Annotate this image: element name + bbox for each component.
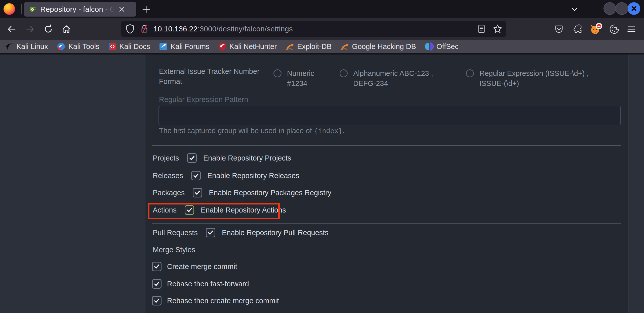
releases-checkbox[interactable]	[191, 171, 201, 180]
feature-row-releases: Releases Enable Repository Releases	[153, 170, 299, 181]
bookmark-label: Exploit-DB	[297, 42, 332, 51]
section-divider	[152, 223, 621, 224]
kali-nethunter-icon	[218, 42, 227, 51]
google-hacking-db-icon	[340, 42, 349, 51]
bookmark-star-icon[interactable]	[493, 24, 503, 34]
rebase-merge-commit-checkbox[interactable]	[152, 296, 162, 305]
gitea-favicon-icon	[28, 5, 37, 14]
rebase-fast-forward-checkbox[interactable]	[152, 279, 162, 289]
bookmark-label: Google Hacking DB	[352, 42, 416, 51]
bookmark-kali-forums[interactable]: Kali Forums	[159, 42, 210, 51]
kali-tools-icon	[57, 42, 66, 51]
reload-button[interactable]	[42, 23, 55, 36]
bookmark-offsec[interactable]: OffSec	[425, 42, 459, 51]
exploit-db-icon	[285, 42, 294, 51]
kali-docs-icon	[108, 42, 116, 51]
feature-label: Projects	[153, 154, 179, 162]
foxyproxy-disabled-icon[interactable]	[589, 22, 603, 36]
merge-styles-label: Merge Styles	[153, 246, 195, 254]
kali-forums-icon	[159, 42, 168, 51]
bookmark-label: OffSec	[436, 42, 459, 51]
bookmark-label: Kali Linux	[16, 42, 48, 51]
tab-list-chevron-icon[interactable]	[568, 3, 581, 16]
bookmarks-bar: Kali Linux Kali Tools Kali Docs	[0, 40, 644, 53]
create-merge-commit-checkbox[interactable]	[152, 262, 162, 271]
hamburger-menu-icon[interactable]	[624, 22, 638, 36]
feature-text[interactable]: Enable Repository Pull Requests	[222, 229, 329, 237]
section-divider	[152, 145, 621, 146]
navigation-toolbar: 10.10.136.22:3000/destiny/falcon/setting…	[0, 18, 644, 40]
insecure-lock-icon[interactable]	[139, 24, 149, 34]
merge-option-text[interactable]: Rebase then fast-forward	[167, 280, 249, 288]
tab-close-icon[interactable]	[116, 4, 127, 15]
radio-regex-label: Regular Expression (ISSUE-\d+) , ISSUE-(…	[479, 68, 600, 88]
merge-option-row: Rebase then fast-forward	[152, 278, 249, 289]
feature-label: Releases	[153, 172, 183, 180]
radio-numeric[interactable]	[273, 69, 281, 77]
home-button[interactable]	[60, 23, 73, 36]
radio-alphanumeric[interactable]	[340, 69, 348, 77]
index-token: {index}	[314, 127, 343, 135]
browser-tab[interactable]: Repository - falcon - Gitea	[24, 2, 136, 17]
minimize-button[interactable]	[603, 2, 616, 15]
bookmark-exploit-db[interactable]: Exploit-DB	[285, 42, 332, 51]
bookmark-kali-linux[interactable]: Kali Linux	[5, 42, 48, 51]
annotation-highlight-box	[148, 203, 280, 219]
radio-numeric-label: Numeric #1234	[287, 68, 332, 88]
feature-label: Packages	[153, 189, 185, 197]
bookmark-label: Kali Tools	[68, 42, 100, 51]
merge-option-row: Create merge commit	[152, 261, 237, 272]
radio-alphanumeric-label: Alphanumeric ABC-123 , DEFG-234	[353, 68, 439, 88]
close-button[interactable]	[628, 2, 640, 15]
url-path: :3000/destiny/falcon/settings	[197, 25, 293, 33]
new-tab-button[interactable]	[140, 3, 152, 16]
merge-option-text[interactable]: Create merge commit	[167, 263, 237, 271]
tracking-shield-icon[interactable]	[125, 24, 135, 34]
tab-separator	[21, 4, 22, 14]
merge-option-text[interactable]: Rebase then create merge commit	[167, 297, 279, 305]
regex-pattern-label: Regular Expression Pattern	[159, 95, 248, 104]
pull-requests-checkbox[interactable]	[206, 228, 215, 237]
feature-label: Pull Requests	[153, 229, 198, 237]
kali-dragon-icon	[5, 42, 14, 51]
offsec-icon	[425, 42, 434, 51]
pocket-icon[interactable]	[552, 22, 566, 36]
url-bar[interactable]: 10.10.136.22:3000/destiny/falcon/setting…	[121, 21, 506, 37]
feature-row-packages: Packages Enable Repository Packages Regi…	[153, 187, 331, 198]
gitea-settings-page: External Issue Tracker Number Format Num…	[0, 55, 644, 313]
extensions-puzzle-icon[interactable]	[571, 22, 585, 36]
feature-text[interactable]: Enable Repository Releases	[207, 172, 299, 180]
feature-text[interactable]: Enable Repository Packages Registry	[209, 189, 331, 197]
radio-regex[interactable]	[466, 69, 474, 77]
bookmark-label: Kali Forums	[171, 42, 210, 51]
merge-option-row: Rebase then create merge commit	[152, 295, 279, 306]
back-button[interactable]	[5, 23, 18, 36]
feature-row-pull-requests: Pull Requests Enable Repository Pull Req…	[153, 227, 329, 238]
feature-text[interactable]: Enable Repository Projects	[203, 154, 291, 162]
packages-checkbox[interactable]	[193, 188, 202, 197]
bookmark-label: Kali NetHunter	[229, 42, 277, 51]
cookie-icon[interactable]	[607, 22, 621, 36]
issue-format-label: External Issue Tracker Number Format	[159, 66, 260, 86]
settings-panel	[145, 55, 628, 313]
firefox-view-icon[interactable]	[4, 3, 15, 15]
forward-button[interactable]	[23, 23, 36, 36]
regex-helper-text: The first captured group will be used in…	[159, 127, 345, 135]
browser-window: Repository - falcon - Gitea	[0, 0, 644, 313]
bookmark-google-hacking-db[interactable]: Google Hacking DB	[340, 42, 416, 51]
maximize-button[interactable]	[616, 2, 628, 15]
bookmark-kali-nethunter[interactable]: Kali NetHunter	[218, 42, 277, 51]
url-host: 10.10.136.22	[153, 25, 197, 33]
projects-checkbox[interactable]	[187, 153, 197, 163]
tab-bar: Repository - falcon - Gitea	[0, 0, 644, 18]
reader-view-icon[interactable]	[477, 24, 486, 34]
feature-row-projects: Projects Enable Repository Projects	[153, 152, 291, 164]
url-text: 10.10.136.22:3000/destiny/falcon/setting…	[153, 25, 477, 33]
bookmark-label: Kali Docs	[119, 42, 150, 51]
bookmark-kali-tools[interactable]: Kali Tools	[57, 42, 100, 51]
regex-pattern-input[interactable]	[158, 106, 621, 125]
bookmark-kali-docs[interactable]: Kali Docs	[108, 42, 150, 51]
tab-title: Repository - falcon - Gitea	[40, 5, 116, 14]
